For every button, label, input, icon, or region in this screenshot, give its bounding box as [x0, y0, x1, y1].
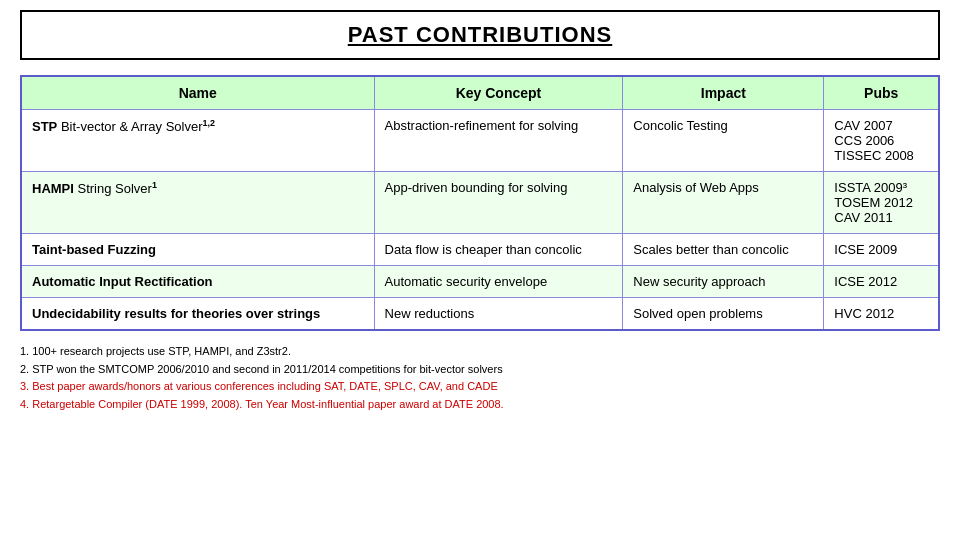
page-title: PAST CONTRIBUTIONS: [348, 22, 612, 47]
table-header-row: Name Key Concept Impact Pubs: [21, 76, 939, 110]
title-container: PAST CONTRIBUTIONS: [20, 10, 940, 60]
table-row: STP Bit-vector & Array Solver1,2Abstract…: [21, 110, 939, 172]
name-bold: Automatic Input Rectification: [32, 274, 213, 289]
cell-pubs: ICSE 2012: [824, 266, 939, 298]
cell-impact: Scales better than concolic: [623, 234, 824, 266]
cell-key-concept: Data flow is cheaper than concolic: [374, 234, 623, 266]
cell-pubs: CAV 2007 CCS 2006 TISSEC 2008: [824, 110, 939, 172]
cell-pubs: HVC 2012: [824, 298, 939, 331]
name-bold: HAMPI: [32, 181, 74, 196]
footnote-line: 4. Retargetable Compiler (DATE 1999, 200…: [20, 396, 940, 414]
table-row: HAMPI String Solver1App-driven bounding …: [21, 172, 939, 234]
cell-impact: Concolic Testing: [623, 110, 824, 172]
col-header-name: Name: [21, 76, 374, 110]
name-rest: String Solver: [74, 181, 152, 196]
cell-pubs: ICSE 2009: [824, 234, 939, 266]
col-header-pubs: Pubs: [824, 76, 939, 110]
cell-impact: Solved open problems: [623, 298, 824, 331]
table-row: Undecidability results for theories over…: [21, 298, 939, 331]
cell-name: Taint-based Fuzzing: [21, 234, 374, 266]
cell-key-concept: New reductions: [374, 298, 623, 331]
footnote-line: 1. 100+ research projects use STP, HAMPI…: [20, 343, 940, 361]
cell-name: Undecidability results for theories over…: [21, 298, 374, 331]
cell-name: Automatic Input Rectification: [21, 266, 374, 298]
name-sup: 1,2: [203, 118, 216, 128]
footnote-line: 3. Best paper awards/honors at various c…: [20, 378, 940, 396]
table-row: Taint-based FuzzingData flow is cheaper …: [21, 234, 939, 266]
name-sup: 1: [152, 180, 157, 190]
cell-name: STP Bit-vector & Array Solver1,2: [21, 110, 374, 172]
name-bold: STP: [32, 119, 57, 134]
footnote-line: 2. STP won the SMTCOMP 2006/2010 and sec…: [20, 361, 940, 379]
cell-key-concept: Abstraction-refinement for solving: [374, 110, 623, 172]
col-header-impact: Impact: [623, 76, 824, 110]
cell-impact: Analysis of Web Apps: [623, 172, 824, 234]
cell-impact: New security approach: [623, 266, 824, 298]
cell-key-concept: Automatic security envelope: [374, 266, 623, 298]
name-rest: Bit-vector & Array Solver: [57, 119, 202, 134]
name-bold: Taint-based Fuzzing: [32, 242, 156, 257]
contributions-table: Name Key Concept Impact Pubs STP Bit-vec…: [20, 75, 940, 331]
name-bold: Undecidability results for theories over…: [32, 306, 320, 321]
footnotes-section: 1. 100+ research projects use STP, HAMPI…: [20, 343, 940, 413]
cell-pubs: ISSTA 2009³ TOSEM 2012 CAV 2011: [824, 172, 939, 234]
col-header-key-concept: Key Concept: [374, 76, 623, 110]
cell-key-concept: App-driven bounding for solving: [374, 172, 623, 234]
table-row: Automatic Input RectificationAutomatic s…: [21, 266, 939, 298]
cell-name: HAMPI String Solver1: [21, 172, 374, 234]
